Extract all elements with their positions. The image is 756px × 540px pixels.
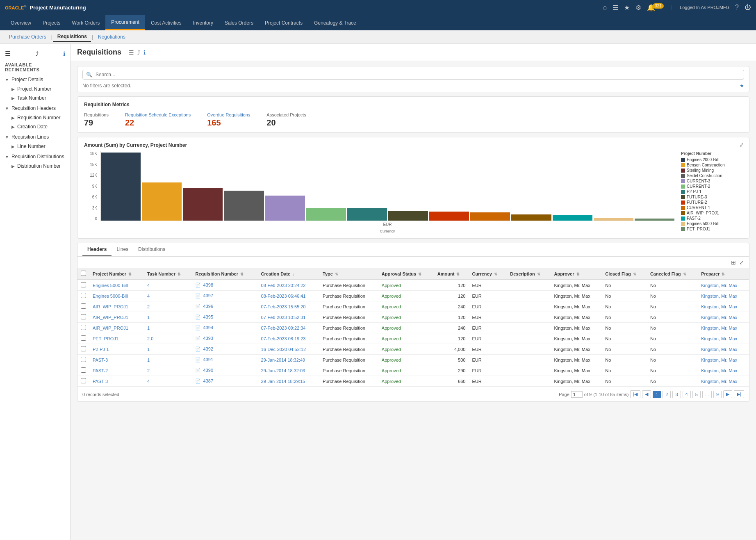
preparer-link[interactable]: Kingston, Mr. Max <box>701 315 737 320</box>
task-number-link[interactable]: 1 <box>147 326 150 330</box>
col-header-type[interactable]: Type ⇅ <box>319 268 378 280</box>
sidebar-item-project-number[interactable]: ▶Project Number <box>0 84 70 93</box>
page-number-button[interactable]: 4 <box>683 391 691 398</box>
sub-nav-item-requisitions[interactable]: Requisitions <box>53 32 91 42</box>
task-number-link[interactable]: 4 <box>147 379 150 384</box>
row-checkbox-cell[interactable] <box>77 355 89 365</box>
main-nav-item-project-contracts[interactable]: Project Contracts <box>259 16 308 30</box>
project-number-link[interactable]: P2-PJ-1 <box>93 347 109 352</box>
sidebar-info-icon[interactable]: ℹ <box>63 50 65 57</box>
main-nav-item-work-orders[interactable]: Work Orders <box>66 16 105 30</box>
main-nav-item-genealogy-&-trace[interactable]: Genealogy & Trace <box>308 16 362 30</box>
project-number-link[interactable]: Engines 5000-Bill <box>93 283 128 288</box>
table-expand-icon[interactable]: ⤢ <box>739 259 744 266</box>
req-number-link[interactable]: 4393 <box>203 336 213 341</box>
sidebar-item-distribution-number[interactable]: ▶Distribution Number <box>0 162 70 171</box>
chart-bar[interactable] <box>101 153 141 221</box>
select-all-header[interactable] <box>77 268 89 280</box>
sidebar-group-header-requisition-lines[interactable]: ▼Requisition Lines <box>0 132 70 142</box>
row-checkbox-cell[interactable] <box>77 323 89 333</box>
task-number-link[interactable]: 4 <box>147 283 150 288</box>
col-header-preparer[interactable]: Preparer ⇅ <box>698 268 749 280</box>
task-number-link[interactable]: 2 <box>147 368 150 373</box>
notifications-icon[interactable]: 🔔321 <box>647 4 664 11</box>
main-nav-item-overview[interactable]: Overview <box>5 16 37 30</box>
sidebar-group-header-requisition-headers[interactable]: ▼Requisition Headers <box>0 103 70 113</box>
task-number-link[interactable]: 1 <box>147 347 150 352</box>
req-number-link[interactable]: 4390 <box>203 368 213 373</box>
chart-bar[interactable] <box>142 182 182 221</box>
page-ellipsis[interactable]: ... <box>702 391 712 398</box>
sidebar-item-line-number[interactable]: ▶Line Number <box>0 142 70 151</box>
creation-date-link[interactable]: 16-Dec-2020 04:52:12 <box>261 347 306 352</box>
chart-bar[interactable] <box>470 212 510 221</box>
main-nav-item-sales-orders[interactable]: Sales Orders <box>219 16 259 30</box>
sidebar-group-header-requisition-distributions[interactable]: ▼Requisition Distributions <box>0 152 70 162</box>
creation-date-link[interactable]: 08-Feb-2023 20:24:22 <box>261 283 306 288</box>
preparer-link[interactable]: Kingston, Mr. Max <box>701 283 737 288</box>
col-header-creation-date[interactable]: Creation Date ↓ <box>258 268 319 280</box>
task-number-link[interactable]: 1 <box>147 315 150 320</box>
preparer-link[interactable]: Kingston, Mr. Max <box>701 347 737 352</box>
page-number-input[interactable] <box>571 391 583 398</box>
main-nav-item-procurement[interactable]: Procurement <box>105 15 145 30</box>
req-number-link[interactable]: 4396 <box>203 304 213 309</box>
page-number-button[interactable]: 2 <box>663 391 671 398</box>
chart-bar[interactable] <box>511 214 551 221</box>
task-number-link[interactable]: 2.0 <box>147 336 153 341</box>
row-checkbox-cell[interactable] <box>77 333 89 344</box>
preparer-link[interactable]: Kingston, Mr. Max <box>701 336 737 341</box>
col-header-approval-status[interactable]: Approval Status ⇅ <box>378 268 434 280</box>
chart-expand-icon[interactable]: ⤢ <box>739 141 744 148</box>
col-header-task-number[interactable]: Task Number ⇅ <box>144 268 192 280</box>
first-page-button[interactable]: |◀ <box>630 390 640 398</box>
page-number-button[interactable]: 3 <box>672 391 681 398</box>
col-header-canceled-flag[interactable]: Canceled Flag ⇅ <box>647 268 698 280</box>
table-tab-lines[interactable]: Lines <box>112 243 133 256</box>
favorites-icon[interactable]: ★ <box>624 4 630 11</box>
main-nav-item-projects[interactable]: Projects <box>37 16 66 30</box>
col-header-approver[interactable]: Approver ⇅ <box>551 268 602 280</box>
row-checkbox-cell[interactable] <box>77 280 89 291</box>
table-tab-headers[interactable]: Headers <box>82 243 112 256</box>
main-nav-item-cost-activities[interactable]: Cost Activities <box>145 16 187 30</box>
creation-date-link[interactable]: 07-Feb-2023 08:19:23 <box>261 336 306 341</box>
project-number-link[interactable]: AIR_WIP_PROJ1 <box>93 315 128 320</box>
chart-bar[interactable] <box>388 211 428 221</box>
table-tab-distributions[interactable]: Distributions <box>133 243 170 256</box>
sidebar-share-icon[interactable]: ⤴ <box>36 50 39 57</box>
col-header-project-number[interactable]: Project Number ⇅ <box>89 268 144 280</box>
row-checkbox-cell[interactable] <box>77 312 89 323</box>
header-share-icon[interactable]: ⤴ <box>137 49 140 56</box>
task-number-link[interactable]: 2 <box>147 304 150 309</box>
col-header-closed-flag[interactable]: Closed Flag ⇅ <box>602 268 647 280</box>
header-info-icon[interactable]: ℹ <box>143 49 146 56</box>
creation-date-link[interactable]: 07-Feb-2023 09:22:34 <box>261 326 306 330</box>
chart-bar[interactable] <box>306 208 346 221</box>
chart-bar[interactable] <box>594 218 633 221</box>
chart-bar[interactable] <box>224 191 264 221</box>
creation-date-link[interactable]: 29-Jan-2014 18:32:03 <box>261 368 305 373</box>
preparer-link[interactable]: Kingston, Mr. Max <box>701 294 737 298</box>
creation-date-link[interactable]: 07-Feb-2023 15:55:20 <box>261 304 306 309</box>
project-number-link[interactable]: PAST-3 <box>93 379 108 384</box>
sidebar-group-header-project-details[interactable]: ▼Project Details <box>0 75 70 84</box>
sidebar-item-creation-date[interactable]: ▶Creation Date <box>0 122 70 131</box>
project-number-link[interactable]: AIR_WIP_PROJ1 <box>93 326 128 330</box>
row-checkbox-cell[interactable] <box>77 291 89 301</box>
task-number-link[interactable]: 1 <box>147 358 150 362</box>
main-nav-item-inventory[interactable]: Inventory <box>187 16 219 30</box>
next-page-button[interactable]: ▶ <box>723 390 732 398</box>
creation-date-link[interactable]: 29-Jan-2014 18:32:49 <box>261 358 305 362</box>
row-checkbox-cell[interactable] <box>77 301 89 312</box>
req-number-link[interactable]: 4394 <box>203 325 213 330</box>
row-checkbox-cell[interactable] <box>77 365 89 376</box>
row-checkbox-cell[interactable] <box>77 344 89 355</box>
page-number-button[interactable]: 1 <box>653 391 661 398</box>
chart-bar[interactable] <box>429 212 469 221</box>
req-number-link[interactable]: 4387 <box>203 378 213 383</box>
req-number-link[interactable]: 4398 <box>203 283 213 287</box>
chart-bar[interactable] <box>347 208 387 221</box>
table-columns-icon[interactable]: ⊞ <box>731 259 736 266</box>
req-number-link[interactable]: 4392 <box>203 346 213 351</box>
